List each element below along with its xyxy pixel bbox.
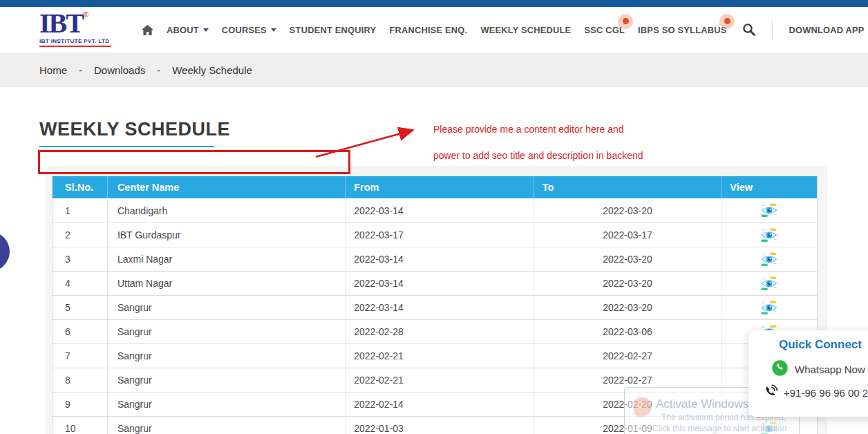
search-icon[interactable] xyxy=(742,23,756,37)
table-row: 7 Sangrur 2022-02-21 2022-02-27 xyxy=(53,343,817,368)
side-floating-button[interactable] xyxy=(0,232,10,272)
whatsapp-label: Whatsapp Now xyxy=(795,364,865,375)
cell-to: 2022-03-20 xyxy=(534,296,721,319)
notification-dot-icon xyxy=(719,14,735,29)
chevron-down-icon xyxy=(203,28,209,32)
cell-to: 2022-02-27 xyxy=(534,344,721,368)
nav-item-student-enquiry[interactable]: STUDENT ENQUIRY xyxy=(290,25,377,35)
header-center-name: Center Name xyxy=(108,176,346,198)
registered-mark: ® xyxy=(83,10,88,19)
nav-item-ibps-so-syllabus[interactable]: IBPS SO SYLLABUS xyxy=(638,25,726,35)
toast-line2: Click this message to start activation. xyxy=(652,424,789,433)
whatsapp-now-link[interactable]: Whatsapp Now xyxy=(771,359,865,379)
nav-divider xyxy=(772,21,773,39)
cell-view xyxy=(721,247,817,271)
table-header-row: Sl.No. Center Name From To View xyxy=(53,176,817,198)
view-eye-icon[interactable] xyxy=(760,276,778,291)
top-accent-bar xyxy=(0,0,868,7)
cell-slno: 4 xyxy=(53,272,108,295)
breadcrumb-downloads[interactable]: Downloads xyxy=(94,64,145,76)
cell-slno: 8 xyxy=(53,368,108,392)
annotation-arrow xyxy=(304,117,428,166)
nav-item-ssc-cgl[interactable]: SSC CGL xyxy=(584,25,625,35)
table-row: 3 Laxmi Nagar 2022-03-14 2022-03-20 xyxy=(53,247,817,271)
cell-from: 2022-03-14 xyxy=(346,247,534,271)
cell-center-name: Sangrur xyxy=(108,393,346,416)
annotation-text-line1: Please provide me a content editor here … xyxy=(433,124,624,135)
cell-to: 2022-03-06 xyxy=(534,320,721,343)
breadcrumb-separator: - xyxy=(79,64,82,76)
download-app-button[interactable]: DOWNLOAD APP xyxy=(789,23,868,37)
cell-center-name: IBT Gurdaspur xyxy=(108,223,346,247)
cell-center-name: Uttam Nagar xyxy=(108,272,346,295)
cell-from: 2022-01-03 xyxy=(346,417,534,434)
breadcrumb-home[interactable]: Home xyxy=(39,64,67,76)
whatsapp-icon xyxy=(771,359,789,379)
cell-from: 2022-03-17 xyxy=(346,223,534,247)
cell-slno: 2 xyxy=(53,223,108,247)
table-row: 1 Chandigarh 2022-03-14 2022-03-20 xyxy=(53,198,817,223)
nav-item-about[interactable]: ABOUT xyxy=(167,25,209,35)
header-from: From xyxy=(346,176,534,198)
navbar: IBT® IBT INSTITUTE PVT. LTD ABOUT COURSE… xyxy=(0,7,868,53)
annotation-text-line2: power to add seo title and description i… xyxy=(433,150,643,161)
cell-slno: 10 xyxy=(53,417,108,434)
quick-connect-widget: Quick Connect Whatsapp Now +91-96 96 96 … xyxy=(748,330,868,417)
cell-from: 2022-02-21 xyxy=(346,344,534,368)
cell-to: 2022-03-20 xyxy=(534,247,721,271)
view-eye-icon[interactable] xyxy=(760,301,778,315)
view-eye-icon[interactable] xyxy=(760,228,778,243)
cell-from: 2022-02-21 xyxy=(346,368,534,392)
header-to: To xyxy=(534,176,722,198)
cell-slno: 9 xyxy=(53,393,108,416)
quick-connect-title: Quick Connect xyxy=(779,338,862,352)
table-row: 4 Uttam Nagar 2022-03-14 2022-03-20 xyxy=(53,271,817,295)
nav-item-weekly-schedule[interactable]: WEEKLY SCHEDULE xyxy=(480,25,571,35)
nav-item-franchise-enq[interactable]: FRANCHISE ENQ. xyxy=(389,25,467,35)
notification-dot-icon xyxy=(618,14,633,29)
logo[interactable]: IBT® IBT INSTITUTE PVT. LTD xyxy=(39,10,115,47)
page-title: WEEKLY SCHEDULE xyxy=(39,119,230,140)
cell-from: 2022-03-14 xyxy=(346,296,534,319)
cell-slno: 6 xyxy=(53,320,108,343)
nav-item-courses[interactable]: COURSES xyxy=(222,25,276,35)
cell-center-name: Sangrur xyxy=(108,320,346,343)
header-slno: Sl.No. xyxy=(53,176,108,198)
chevron-down-icon xyxy=(271,28,276,32)
table-row: 6 Sangrur 2022-02-28 2022-03-06 xyxy=(53,319,817,343)
phone-link[interactable]: +91-96 96 96 00 2 xyxy=(762,384,868,402)
breadcrumb-current: Weekly Schedule xyxy=(172,64,252,76)
table-row: 5 Sangrur 2022-03-14 2022-03-20 xyxy=(53,295,817,319)
cell-slno: 7 xyxy=(53,344,108,368)
windows-product-logo-icon xyxy=(634,397,652,418)
cell-to: 2022-03-20 xyxy=(534,198,721,223)
nav-menu: ABOUT COURSES STUDENT ENQUIRY FRANCHISE … xyxy=(142,7,868,53)
cell-center-name: Sangrur xyxy=(108,417,346,434)
cell-to: 2022-03-17 xyxy=(534,223,721,247)
phone-icon xyxy=(762,384,779,402)
cell-slno: 1 xyxy=(53,198,108,223)
cell-center-name: Sangrur xyxy=(108,296,346,319)
phone-number: +91-96 96 96 00 2 xyxy=(784,387,868,399)
cell-view xyxy=(721,296,817,319)
view-eye-icon[interactable] xyxy=(760,252,778,267)
cell-slno: 5 xyxy=(53,296,108,319)
logo-word: IBT® xyxy=(39,10,115,37)
cell-view xyxy=(721,272,817,295)
cell-center-name: Sangrur xyxy=(108,344,346,368)
table-row: 2 IBT Gurdaspur 2022-03-17 2022-03-17 xyxy=(53,223,817,247)
view-eye-icon[interactable] xyxy=(760,203,778,218)
cell-view xyxy=(721,198,817,223)
breadcrumb: Home - Downloads - Weekly Schedule xyxy=(39,64,252,76)
cell-view xyxy=(721,223,817,247)
cell-center-name: Chandigarh xyxy=(108,198,346,223)
home-icon[interactable] xyxy=(142,25,153,35)
page: IBT® IBT INSTITUTE PVT. LTD ABOUT COURSE… xyxy=(0,0,868,434)
logo-underline xyxy=(39,46,111,47)
cell-from: 2022-02-14 xyxy=(346,393,534,416)
cell-from: 2022-03-14 xyxy=(346,198,534,223)
cell-center-name: Laxmi Nagar xyxy=(108,247,346,271)
title-underline xyxy=(39,146,214,147)
header-view: View xyxy=(721,176,817,198)
breadcrumb-bar: Home - Downloads - Weekly Schedule xyxy=(0,53,868,87)
